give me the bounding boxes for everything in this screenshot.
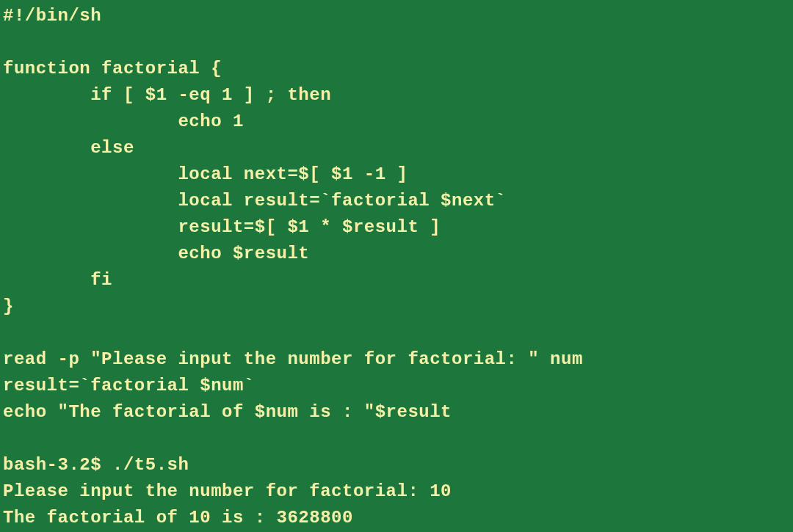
code-line: if [ $1 -eq 1 ] ; then [3, 82, 793, 109]
code-line: fi [3, 267, 793, 294]
code-line: echo 1 [3, 109, 793, 135]
code-line [3, 29, 793, 56]
code-line: } [3, 294, 793, 320]
terminal-prompt-line: bash-3.2$ ./t5.sh [3, 452, 793, 478]
code-line: local next=$[ $1 -1 ] [3, 161, 793, 188]
code-line: else [3, 135, 793, 161]
code-line [3, 426, 793, 452]
code-line: function factorial { [3, 56, 793, 82]
code-line: #!/bin/sh [3, 3, 793, 29]
code-line: result=$[ $1 * $result ] [3, 214, 793, 241]
code-line [3, 320, 793, 346]
code-line: read -p "Please input the number for fac… [3, 346, 793, 373]
code-line: local result=`factorial $next` [3, 188, 793, 214]
code-line: result=`factorial $num` [3, 373, 793, 399]
terminal-output-line: Please input the number for factorial: 1… [3, 478, 793, 505]
code-line: echo "The factorial of $num is : "$resul… [3, 399, 793, 426]
code-line: echo $result [3, 241, 793, 267]
terminal-output-line: The factorial of 10 is : 3628800 [3, 505, 793, 531]
